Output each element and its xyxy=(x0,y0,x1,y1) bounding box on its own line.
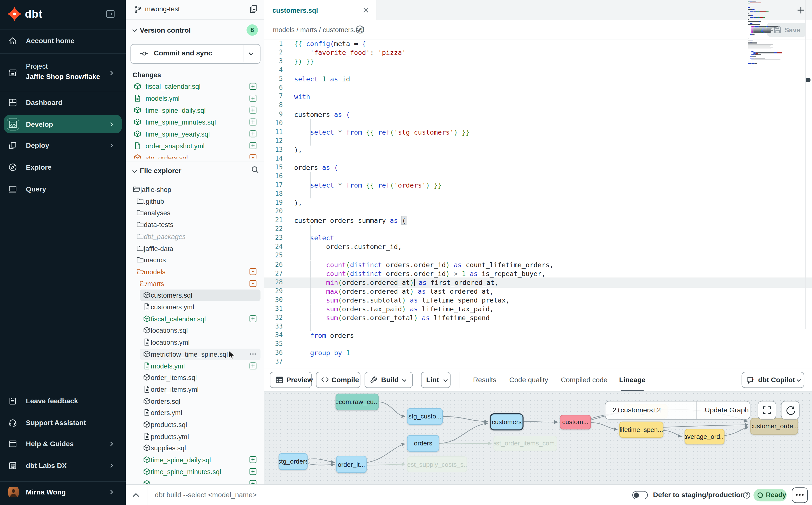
tree-item-locations-sql[interactable]: locations.sql xyxy=(126,325,264,336)
code-line-5[interactable]: 5select 1 as id xyxy=(264,75,812,83)
lineage-node-test-supply-costs-s-[interactable]: test_supply_costs_s... xyxy=(407,456,467,472)
user-menu[interactable]: Mirna Wong xyxy=(0,483,126,501)
code-line-8[interactable]: 8 xyxy=(264,101,812,110)
sidebar-item-dbt-labs-dx[interactable]: dbt Labs DX xyxy=(0,457,126,475)
code-line-18[interactable]: 18 xyxy=(264,189,812,198)
code-line-24[interactable]: 24 orders.customer_id, xyxy=(264,243,812,251)
code-line-17[interactable]: 17 select * from {{ ref('orders') }} xyxy=(264,181,812,189)
chevron-up-icon[interactable] xyxy=(133,493,139,498)
code-line-4[interactable]: 4 xyxy=(264,66,812,75)
sidebar-item-account-home[interactable]: Account home xyxy=(0,32,126,50)
stage-plus-icon[interactable] xyxy=(249,479,257,484)
question-info-icon[interactable] xyxy=(743,492,751,499)
tree-item-jaffle-data[interactable]: jaffle-data xyxy=(126,243,264,254)
compass-docs-icon[interactable] xyxy=(355,25,364,34)
code-line-30[interactable]: 30 sum(orders.subtotal) as lifetime_spen… xyxy=(264,296,812,305)
stage-plus-icon[interactable] xyxy=(249,362,257,370)
code-editor[interactable]: 1{{ config(meta = {2 'favorite_food': 'p… xyxy=(264,39,812,368)
tree-item-order-items-yml[interactable]: order_items.yml xyxy=(126,384,264,395)
tree-item-metricflow-time-spine-sql[interactable]: metricflow_time_spine.sql xyxy=(126,348,264,360)
code-line-16[interactable]: 16 xyxy=(264,172,812,181)
lineage-node-customers[interactable]: customers xyxy=(490,413,523,431)
minimap[interactable] xyxy=(748,1,805,64)
tree-item-time-spine-minutes-sql[interactable]: time_spine_minutes.sql xyxy=(126,466,264,477)
defer-toggle[interactable] xyxy=(632,491,648,499)
modified-dot-icon[interactable] xyxy=(249,280,257,287)
more-options-button[interactable] xyxy=(792,487,808,503)
kebab-menu-icon[interactable] xyxy=(249,350,257,358)
code-line-10[interactable]: 10 xyxy=(264,119,812,128)
tree-item-locations-yml[interactable]: locations.yml xyxy=(126,337,264,348)
sidebar-item-explore[interactable]: Explore xyxy=(0,159,126,176)
code-line-14[interactable]: 14 xyxy=(264,154,812,163)
sidebar-item-support-assistant[interactable]: Support Assistant xyxy=(0,414,126,432)
sidebar-item-dashboard[interactable]: Dashboard xyxy=(0,94,126,111)
sidebar-item-develop[interactable]: Develop xyxy=(0,115,126,133)
lint-button[interactable]: Lint xyxy=(421,372,450,388)
tree-item-orders-yml[interactable]: orders.yml xyxy=(126,407,264,418)
lineage-node-average-ord-[interactable]: average_ord... xyxy=(684,429,724,444)
sidebar-item-leave-feedback[interactable]: Leave feedback xyxy=(0,392,126,409)
tree-item-partial[interactable] xyxy=(126,478,264,484)
tree-item-analyses[interactable]: analyses xyxy=(126,207,264,219)
lineage-node-lifetime-spen-[interactable]: lifetime_spen... xyxy=(619,422,663,438)
tab-results[interactable]: Results xyxy=(467,368,503,391)
tree-item-fiscal-calendar-sql[interactable]: fiscal_calendar.sql xyxy=(126,313,264,325)
code-line-23[interactable]: 23 select xyxy=(264,234,812,243)
tree-item-marts[interactable]: marts xyxy=(126,278,264,289)
tree-item-orders-sql[interactable]: orders.sql xyxy=(126,395,264,407)
build-options-chevron[interactable] xyxy=(401,377,407,383)
code-line-22[interactable]: 22 xyxy=(264,225,812,234)
code-line-21[interactable]: 21customer_orders_summary as ( xyxy=(264,216,812,225)
code-line-37[interactable]: 37 xyxy=(264,357,812,366)
modified-dot-icon[interactable] xyxy=(249,268,257,276)
tab-compiled-code[interactable]: Compiled code xyxy=(557,368,611,391)
tree-item-supplies-sql[interactable]: supplies.sql xyxy=(126,443,264,454)
code-line-13[interactable]: 13), xyxy=(264,145,812,154)
tab-customers-sql[interactable]: customers.sql xyxy=(264,0,377,20)
code-line-25[interactable]: 25 xyxy=(264,251,812,260)
tree-item-dbt-packages[interactable]: dbt_packages xyxy=(126,231,264,242)
code-line-29[interactable]: 29 max(orders.ordered_at) as last_ordere… xyxy=(264,287,812,296)
code-line-1[interactable]: 1{{ config(meta = { xyxy=(264,39,812,48)
code-line-35[interactable]: 35 xyxy=(264,340,812,349)
lineage-node-ecom-raw-cu-[interactable]: ecom.raw_cu... xyxy=(336,394,378,410)
tree-item-products-sql[interactable]: products.sql xyxy=(126,419,264,430)
code-line-26[interactable]: 26 count(distinct orders.order_id) as co… xyxy=(264,260,812,269)
update-graph-button[interactable]: Update Graph xyxy=(705,406,749,414)
lineage-search-input[interactable]: 2+customers+2 xyxy=(613,406,661,414)
dbt-copilot-button[interactable]: dbt Copilot xyxy=(742,372,804,388)
code-line-6[interactable]: 6 xyxy=(264,83,812,93)
breadcrumb-path[interactable]: models / marts / customers.sql xyxy=(273,26,364,34)
tree-item-models-yml[interactable]: models.yml xyxy=(126,360,264,371)
close-icon[interactable] xyxy=(363,7,369,13)
code-line-3[interactable]: 3}) }} xyxy=(264,57,812,66)
build-button[interactable]: Build xyxy=(364,372,413,388)
code-line-31[interactable]: 31 sum(orders.tax_paid) as lifetime_tax_… xyxy=(264,305,812,313)
code-line-33[interactable]: 33 xyxy=(264,322,812,331)
code-line-28[interactable]: 28 min(orders.ordered_at) as first_order… xyxy=(264,278,812,287)
lineage-node-stg-orders[interactable]: stg_orders xyxy=(279,453,307,470)
code-line-7[interactable]: 7with xyxy=(264,93,812,101)
tree-item-time-spine-daily-sql[interactable]: time_spine_daily.sql xyxy=(126,454,264,466)
tree-item-order-items-sql[interactable]: order_items.sql xyxy=(126,372,264,383)
sidebar-item-help-guides[interactable]: Help & Guides xyxy=(0,435,126,453)
sidebar-item-deploy[interactable]: Deploy xyxy=(0,137,126,154)
lineage-node-orders[interactable]: orders xyxy=(407,435,439,452)
sidebar-item-project[interactable]: ProjectJaffle Shop Snowflake xyxy=(0,58,126,88)
tab-code-quality[interactable]: Code quality xyxy=(508,368,549,391)
stage-plus-icon[interactable] xyxy=(249,468,257,475)
stage-plus-icon[interactable] xyxy=(249,315,257,323)
lineage-node-custom-[interactable]: custom... xyxy=(560,415,591,429)
lineage-node-customer-orde-[interactable]: customer_orde... xyxy=(751,418,798,435)
tree-item-models[interactable]: models xyxy=(126,266,264,278)
code-line-27[interactable]: 27 count(distinct orders.order_id) > 1 a… xyxy=(264,269,812,278)
sidebar-item-query[interactable]: Query xyxy=(0,180,126,198)
refresh-button[interactable] xyxy=(781,401,800,419)
compile-button[interactable]: Compile xyxy=(316,372,360,388)
code-line-32[interactable]: 32 sum(orders.order_total) as lifetime_s… xyxy=(264,313,812,322)
code-line-34[interactable]: 34 from orders xyxy=(264,331,812,340)
tree-item-customers-sql[interactable]: customers.sql xyxy=(126,290,264,301)
code-line-11[interactable]: 11 select * from {{ ref('stg_customers')… xyxy=(264,128,812,137)
command-input[interactable]: dbt build --select <model_name> xyxy=(155,491,257,499)
